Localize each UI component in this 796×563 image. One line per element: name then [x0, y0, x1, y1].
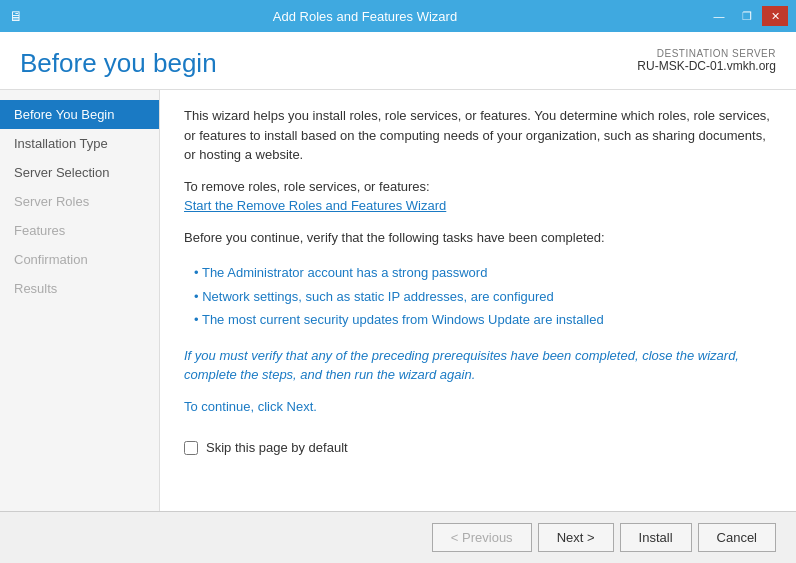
page-title: Before you begin: [20, 48, 217, 79]
intro-paragraph: This wizard helps you install roles, rol…: [184, 106, 772, 165]
remove-link[interactable]: Start the Remove Roles and Features Wiza…: [184, 198, 446, 213]
verify-text: Before you continue, verify that the fol…: [184, 228, 772, 248]
destination-label: DESTINATION SERVER: [637, 48, 776, 59]
server-name: RU-MSK-DC-01.vmkh.org: [637, 59, 776, 73]
bullet-item-1: The Administrator account has a strong p…: [184, 263, 772, 283]
close-button[interactable]: ✕: [762, 6, 788, 26]
sidebar-item-results: Results: [0, 274, 159, 303]
sidebar-item-confirmation: Confirmation: [0, 245, 159, 274]
remove-text: To remove roles, role services, or featu…: [184, 177, 772, 216]
restore-button[interactable]: ❐: [734, 6, 760, 26]
bullet-item-2: Network settings, such as static IP addr…: [184, 287, 772, 307]
wizard-body: Before You Begin Installation Type Serve…: [0, 90, 796, 511]
sidebar-item-server-roles: Server Roles: [0, 187, 159, 216]
content-area: This wizard helps you install roles, rol…: [160, 90, 796, 511]
window-controls: — ❐ ✕: [706, 6, 788, 26]
minimize-button[interactable]: —: [706, 6, 732, 26]
skip-checkbox-label[interactable]: Skip this page by default: [206, 438, 348, 458]
previous-button[interactable]: < Previous: [432, 523, 532, 552]
cancel-button[interactable]: Cancel: [698, 523, 776, 552]
prerequisite-note: If you must verify that any of the prece…: [184, 346, 772, 385]
wizard-footer: < Previous Next > Install Cancel: [0, 511, 796, 563]
app-icon: 🖥: [8, 8, 24, 24]
sidebar-item-server-selection[interactable]: Server Selection: [0, 158, 159, 187]
skip-checkbox[interactable]: [184, 441, 198, 455]
bullet-list: The Administrator account has a strong p…: [184, 263, 772, 334]
window-title: Add Roles and Features Wizard: [24, 9, 706, 24]
install-button[interactable]: Install: [620, 523, 692, 552]
content-lower: This wizard helps you install roles, rol…: [184, 106, 772, 468]
sidebar-item-installation-type[interactable]: Installation Type: [0, 129, 159, 158]
skip-checkbox-area: Skip this page by default: [184, 428, 772, 468]
continue-text: To continue, click Next.: [184, 397, 772, 417]
sidebar-item-features: Features: [0, 216, 159, 245]
sidebar-item-before-you-begin[interactable]: Before You Begin: [0, 100, 159, 129]
sidebar: Before You Begin Installation Type Serve…: [0, 90, 160, 511]
wizard-header: Before you begin DESTINATION SERVER RU-M…: [0, 32, 796, 90]
title-bar: 🖥 Add Roles and Features Wizard — ❐ ✕: [0, 0, 796, 32]
destination-server: DESTINATION SERVER RU-MSK-DC-01.vmkh.org: [637, 48, 776, 73]
wizard-container: Before you begin DESTINATION SERVER RU-M…: [0, 32, 796, 563]
next-button[interactable]: Next >: [538, 523, 614, 552]
bullet-item-3: The most current security updates from W…: [184, 310, 772, 330]
